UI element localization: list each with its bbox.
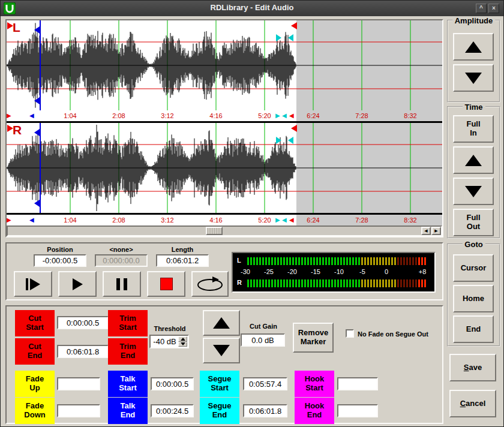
meter-segment [322,257,324,265]
segue-start-button[interactable]: Segue Start [200,371,239,397]
save-button[interactable]: Save [449,354,496,381]
cut-end-marker-icon[interactable] [291,125,297,132]
segue-start-marker-icon[interactable] [276,34,281,41]
stop-button[interactable] [147,271,185,297]
cut-start-button[interactable]: Cut Start [15,310,55,336]
scroll-right-icon[interactable]: ▶ [431,227,441,235]
meter-segment [277,279,279,287]
segue-end-marker-icon[interactable] [288,34,293,41]
meter-bar-left [247,257,427,265]
cut-start-marker-icon[interactable]: ▶ [7,217,11,223]
trim-end-button[interactable]: Trim End [108,338,148,365]
time-tick-label: 5:20 [250,216,279,224]
amplitude-up-button[interactable] [453,33,494,61]
goto-group: Goto Cursor Home End [447,243,500,347]
meter-segment [253,279,255,287]
play-icon [73,278,83,290]
talk-marker-icon[interactable] [34,200,40,207]
fade-up-button[interactable]: Fade Up [15,371,55,397]
cut-end-button[interactable]: Cut End [15,338,55,365]
cut-end-marker-icon[interactable] [291,22,297,29]
waveform-left-plot[interactable]: L [7,20,442,110]
close-icon[interactable]: × [488,4,499,13]
meter-segment [274,257,276,265]
play-button[interactable] [58,271,97,297]
meter-scale-label: +8 [419,268,427,275]
goto-cursor-button[interactable]: Cursor [453,254,494,282]
meter-segment [358,257,360,265]
marker-name-label: <none> [95,246,148,253]
talk-start-button[interactable]: Talk Start [108,371,148,397]
segue-end-button[interactable]: Segue End [200,398,239,424]
meter-segment [358,279,360,287]
time-tick-label: 6:24 [299,216,328,224]
meter-segment [409,279,411,287]
loop-icon [194,275,226,293]
meter-segment [415,257,417,265]
play-from-start-button[interactable] [14,271,52,297]
window-title: RDLibrary - Edit Audio [1,3,503,12]
shade-icon[interactable]: ^ [476,4,487,13]
no-fade-checkbox[interactable] [346,329,354,338]
segue-end-marker-icon[interactable] [288,137,293,144]
meter-segment [331,257,333,265]
meter-scale-label: -20 [287,268,297,275]
gain-up-button[interactable] [203,310,240,336]
threshold-spin-down-icon[interactable] [178,342,187,347]
goto-end-button[interactable]: End [453,315,494,343]
meter-segment [346,257,348,265]
meter-segment [301,279,303,287]
time-tick-label: 1:04 [56,112,85,119]
meter-segment [307,257,309,265]
segue-end-marker-icon[interactable]: ◀ [282,217,287,223]
segue-end-marker-icon[interactable]: ◀ [282,113,287,119]
loop-button[interactable] [191,271,229,297]
fade-down-button[interactable]: Fade Down [15,398,55,424]
meter-segment [304,279,306,287]
down-arrow-icon [465,186,482,197]
fade-up-field [57,377,100,390]
scrollbar-thumb[interactable] [206,227,223,235]
gain-down-button[interactable] [203,338,240,363]
trim-start-button[interactable]: Trim Start [108,310,148,336]
titlebar[interactable]: RDLibrary - Edit Audio ^ × [1,1,503,16]
talk-end-button[interactable]: Talk End [108,398,148,424]
time-full-in-button[interactable]: Full In [453,115,494,143]
cut-end-marker-icon[interactable]: ◀ [289,113,294,119]
waveform-scrollbar[interactable]: ◀ ▶ [7,225,442,236]
cut-start-marker-icon[interactable]: ▶ [7,113,11,119]
remove-marker-button[interactable]: Remove Marker [293,323,334,353]
time-zoom-out-button[interactable] [453,178,494,205]
meter-segment [313,279,315,287]
meter-segment [337,279,339,287]
time-ruler-bottom: 1:042:083:124:165:206:247:288:32▶◀▶◀◀ [7,213,442,225]
hook-start-button[interactable]: Hook Start [295,371,334,397]
meter-segment [352,257,354,265]
meter-segment [376,257,378,265]
goto-home-button[interactable]: Home [453,285,494,312]
meter-scale-label: 0 [385,268,388,275]
cancel-button[interactable]: Cancel [449,390,496,417]
pause-button[interactable] [103,271,141,297]
talk-marker-icon[interactable]: ◀ [29,217,34,223]
cut-end-marker-icon[interactable]: ◀ [289,217,294,223]
talk-marker-icon[interactable] [34,129,40,136]
threshold-spinbox[interactable]: -40 dB [149,335,189,348]
meter-segment [355,257,357,265]
time-full-out-button[interactable]: Full Out [453,209,494,236]
segue-start-marker-icon[interactable]: ▶ [275,113,280,119]
talk-marker-icon[interactable]: ◀ [29,113,34,119]
hook-end-button[interactable]: Hook End [295,398,334,424]
waveform-right-plot[interactable]: R [7,123,442,213]
threshold-spin-up-icon[interactable] [178,336,187,342]
meter-segment [394,279,396,287]
segue-start-marker-icon[interactable] [276,137,281,144]
scroll-left-icon[interactable]: ◀ [421,227,431,235]
time-zoom-in-button[interactable] [453,146,494,174]
time-tick-label: 6:24 [299,112,328,119]
edit-markers-panel: Cut Start 0:00:00.5 Trim Start Cut End 0… [5,305,443,424]
segue-start-marker-icon[interactable]: ▶ [275,217,280,223]
amplitude-down-button[interactable] [453,64,494,92]
right-channel-label: R [13,123,22,137]
meter-segment [271,257,273,265]
